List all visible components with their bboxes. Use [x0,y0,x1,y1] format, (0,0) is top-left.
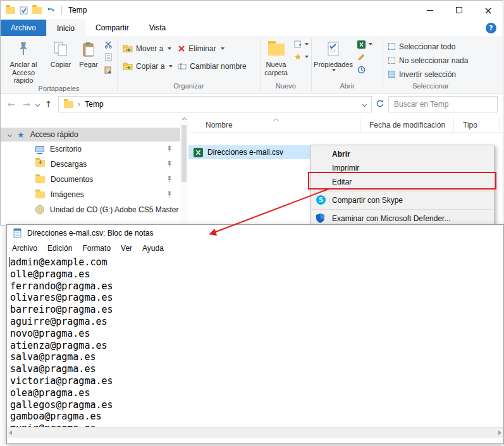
copy-button[interactable]: Copiar [46,36,75,69]
properties-button[interactable]: Propiedades [312,36,355,71]
ribbon-group-new: Nueva carpeta Nuevo [261,36,311,93]
delete-button[interactable]: Eliminar [178,42,246,55]
dropdown-caret [332,69,336,71]
select-all-button[interactable]: Seleccionar todo [388,40,468,52]
up-button[interactable]: ↑ [43,99,54,109]
column-header-type[interactable]: Tipo [454,118,500,132]
pin-icon [166,145,173,155]
close-button[interactable]: × [474,1,503,20]
notepad-bottom-strip [7,438,503,443]
edit-file-button[interactable] [355,52,368,61]
forward-button[interactable]: → [21,99,32,109]
notepad-title: Direcciones e-mail.csv: Bloc de notas [27,229,153,238]
menu-separator [312,209,493,210]
sidebar-item-escritorio[interactable]: Escritorio [1,142,180,157]
menu-edicion[interactable]: Edición [42,244,77,253]
paste-button[interactable]: Pegar [75,36,102,69]
ribbon-tabs: Archivo Inicio Compartir Vista ? [1,20,503,36]
pin-to-quick-access-button[interactable]: Anclar al Acceso rápido [1,36,46,85]
column-headers: Nombre Fecha de modificación Tipo [188,118,503,133]
sidebar-item-descargas[interactable]: ↓ Descargas [1,157,180,172]
tab-vista[interactable]: Vista [139,20,176,36]
copy-path-button[interactable] [102,52,115,61]
breadcrumb[interactable]: › Temp [58,96,372,112]
context-menu-item-abrir[interactable]: Abrir [310,147,494,161]
sidebar-item-quick-access[interactable]: ★ Acceso rápido [1,128,180,142]
notepad-text-area[interactable]: admin@example.com olle@pragma.es ferrand… [7,255,503,427]
scroll-right-icon[interactable] [498,430,501,435]
tab-inicio[interactable]: Inicio [46,20,85,36]
copy-to-icon [123,63,133,70]
sidebar-scrollbar[interactable] [180,115,188,225]
copy-to-button[interactable]: Copiar a [123,60,173,73]
help-button[interactable]: ? [486,23,496,33]
cut-button[interactable] [102,40,115,49]
address-dropdown-chevron[interactable] [362,102,367,106]
invert-selection-button[interactable]: Invertir selección [388,68,468,80]
scroll-up-icon[interactable] [181,118,186,122]
tab-compartir[interactable]: Compartir [85,20,139,36]
paste-shortcut-icon [104,66,113,74]
new-folder-qat-icon[interactable] [32,7,42,14]
rename-icon [178,63,187,70]
search-input[interactable] [388,96,498,112]
history-button[interactable] [355,65,368,74]
select-none-button[interactable]: No seleccionar nada [388,54,468,66]
tab-archivo[interactable]: Archivo [1,20,46,36]
dropdown-caret [169,65,173,68]
group-label-new: Nuevo [261,82,311,93]
explorer-icon [6,7,15,14]
group-label-organize: Organizar [118,82,260,93]
undo-icon[interactable] [46,6,55,14]
horizontal-scrollbar[interactable] [7,427,503,438]
minimize-button[interactable] [415,1,445,20]
ribbon-group-select: Seleccionar todo No seleccionar nada Inv… [383,36,478,93]
ribbon: Anclar al Acceso rápido Copiar Pegar [1,36,503,93]
open-with-button[interactable] [355,40,375,49]
menu-ver[interactable]: Ver [116,244,137,253]
quick-access-icon: ★ [17,130,25,140]
pencil-icon [357,53,366,61]
maximize-button[interactable] [445,1,474,20]
expand-chevron-icon[interactable] [8,132,12,136]
context-menu-item-skype[interactable]: S Compartir con Skype [310,193,494,207]
context-menu-item-imprimir[interactable]: Imprimir [310,161,494,175]
column-header-modified[interactable]: Fecha de modificación [360,118,454,132]
breadcrumb-item-temp[interactable]: Temp [85,100,103,109]
sidebar-item-imagenes[interactable]: Imágenes [1,187,180,202]
menu-formato[interactable]: Formato [77,244,116,253]
notepad-line: barreiro@pragma.es [10,304,503,316]
menu-archivo[interactable]: Archivo [7,244,42,253]
notepad-line: muniz@pragma.es [10,423,503,427]
scrollbar-thumb[interactable] [181,125,187,182]
minimize-icon [427,10,433,11]
maximize-icon [456,7,462,13]
paste-shortcut-button[interactable] [102,65,115,74]
excel-app-icon [357,40,366,49]
refresh-button[interactable] [376,99,384,110]
easy-access-button[interactable] [292,52,311,61]
notepad-line: victoria@pragma.es [10,375,503,387]
pin-icon [166,160,173,170]
sort-ascending-icon [273,118,280,122]
window-title: Temp [68,6,87,15]
context-menu-item-defender[interactable]: Examinar con Microsoft Defender... [310,212,494,226]
select-none-icon [388,57,395,64]
ribbon-group-open: Propiedades Abrir [312,36,383,93]
new-item-button[interactable] [292,40,311,49]
back-button[interactable]: ← [6,99,17,109]
recent-locations-chevron[interactable] [35,102,40,106]
new-folder-button[interactable]: Nueva carpeta [261,36,292,76]
context-menu-item-editar[interactable]: Editar [310,175,494,189]
sidebar-item-cd-drive[interactable]: Unidad de CD (G:) Adobe CS5 Master [1,202,180,217]
documents-icon [35,176,45,183]
dropdown-caret [305,56,309,58]
rename-button[interactable]: Cambiar nombre [178,60,246,73]
sidebar-item-documentos[interactable]: Documentos [1,172,180,187]
cd-drive-icon [35,205,44,214]
move-to-button[interactable]: Mover a [123,42,173,55]
scroll-left-icon[interactable] [9,430,12,435]
qat-separator [61,6,62,15]
menu-ayuda[interactable]: Ayuda [137,244,169,253]
properties-qat-icon[interactable] [20,6,28,15]
